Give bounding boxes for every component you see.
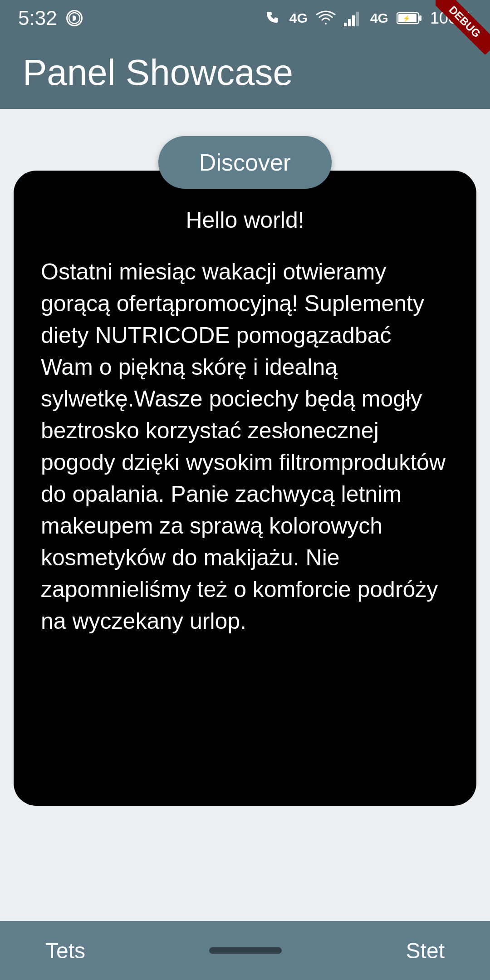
app-bar: Panel Showcase [0,36,490,109]
bottom-nav-right[interactable]: Stet [406,938,445,963]
page-title: Panel Showcase [23,52,293,93]
svg-rect-4 [356,12,359,26]
svg-rect-3 [352,15,355,26]
signal-icon [344,10,362,26]
main-content: Discover Hello world! Ostatni miesiąc wa… [0,109,490,921]
network-4g-left: 4G [289,10,308,26]
svg-rect-1 [344,23,347,26]
panel-card: Hello world! Ostatni miesiąc wakacji otw… [14,171,476,806]
bottom-nav-left[interactable]: Tets [45,938,85,963]
status-bar-left: 5:32 [18,7,83,29]
battery-icon: ⚡ [397,10,422,26]
home-indicator [209,947,282,954]
network-4g-right: 4G [370,10,388,26]
panel-title: Hello world! [41,207,449,233]
svg-text:⚡: ⚡ [403,15,411,22]
wifi-icon [316,10,336,26]
panel-body: Ostatni miesiąc wakacji otwieramy gorącą… [41,256,449,637]
bottom-nav: Tets Stet [0,921,490,980]
status-bar: 5:32 4G 4G [0,0,490,36]
discover-button[interactable]: Discover [158,136,332,189]
battery-percent: 100% [430,9,472,28]
status-bar-right: 4G 4G ⚡ 100% [265,9,472,28]
svg-rect-7 [419,15,421,21]
pandora-icon [66,10,83,26]
phone-icon [265,10,281,26]
svg-rect-2 [348,19,351,26]
status-time: 5:32 [18,7,57,29]
